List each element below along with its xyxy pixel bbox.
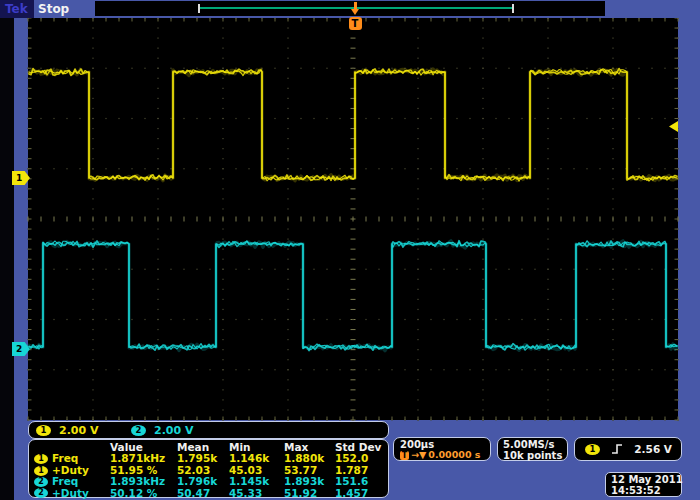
acquisition-readout[interactable]: 5.00MS/s 10k points bbox=[497, 437, 568, 461]
channel1-badge: 1 bbox=[34, 454, 48, 464]
meas-max: 51.92 bbox=[284, 488, 335, 499]
channel2-badge: 2 bbox=[34, 488, 48, 498]
channel-scale-readouts: 1 2.00 V 2 2.00 V bbox=[28, 421, 389, 439]
channel1-badge: 1 bbox=[34, 466, 48, 476]
meas-row-label: 2 +Duty bbox=[32, 488, 110, 499]
meas-mean: 1.796k bbox=[177, 476, 229, 487]
record-view-left-bracket bbox=[198, 4, 200, 13]
trigger-position-arrow-icon[interactable] bbox=[351, 2, 360, 15]
meas-value: 50.12 % bbox=[110, 488, 177, 499]
channel1-scale[interactable]: 2.00 V bbox=[59, 424, 107, 437]
record-view-right-bracket bbox=[512, 4, 514, 13]
trigger-position-badge[interactable]: T bbox=[349, 17, 362, 30]
date-label: 12 May 2011 bbox=[611, 474, 681, 485]
trigger-position-value: 0.00000 s bbox=[428, 450, 480, 460]
record-length: 10k points bbox=[503, 450, 567, 461]
datetime-readout: 12 May 2011 14:53:52 bbox=[605, 472, 682, 497]
rising-edge-icon bbox=[610, 442, 624, 456]
trigger-source-badge: 1 bbox=[585, 444, 600, 455]
trigger-readout[interactable]: 1 2.56 V bbox=[574, 437, 682, 461]
meas-max: 1.893k bbox=[284, 476, 335, 487]
waveform-display bbox=[0, 0, 700, 430]
horizontal-readout[interactable]: 200µs T →▼ 0.00000 s bbox=[393, 437, 491, 461]
trigger-t-icon: T bbox=[400, 451, 409, 460]
left-border-strip bbox=[14, 18, 28, 420]
oscilloscope-screen: Tek Stop T 1 2 1 2.00 V 2 2.00 V Value M… bbox=[0, 0, 700, 500]
acquisition-status[interactable]: Stop bbox=[38, 2, 69, 16]
channel2-badge[interactable]: 2 bbox=[131, 425, 146, 436]
trigger-level-value: 2.56 V bbox=[634, 443, 672, 455]
meas-value: 1.893kHz bbox=[110, 476, 177, 487]
meas-min: 45.33 bbox=[229, 488, 284, 499]
meas-min: 1.145k bbox=[229, 476, 284, 487]
meas-stddev: 151.6 bbox=[335, 476, 388, 487]
meas-name: +Duty bbox=[52, 488, 89, 499]
time-label: 14:53:52 bbox=[611, 485, 681, 496]
channel2-badge: 2 bbox=[34, 477, 48, 487]
meas-row-label: 2 Freq bbox=[32, 476, 110, 487]
meas-mean: 50.47 bbox=[177, 488, 229, 499]
trigger-position-arrows-icon: →▼ bbox=[411, 450, 426, 460]
right-border-strip bbox=[678, 18, 700, 420]
measurements-table: Value Mean Min Max Std Dev 1 Freq 1.871k… bbox=[28, 439, 389, 498]
meas-stddev: 1.457 bbox=[335, 488, 388, 499]
tek-logo: Tek bbox=[5, 2, 28, 16]
channel1-badge[interactable]: 1 bbox=[36, 425, 51, 436]
trigger-level-arrow-icon[interactable] bbox=[669, 121, 678, 132]
sample-rate: 5.00MS/s bbox=[503, 439, 567, 450]
meas-name: Freq bbox=[52, 476, 78, 487]
trigger-position-readout: T →▼ 0.00000 s bbox=[400, 450, 490, 460]
channel2-scale[interactable]: 2.00 V bbox=[154, 424, 202, 437]
